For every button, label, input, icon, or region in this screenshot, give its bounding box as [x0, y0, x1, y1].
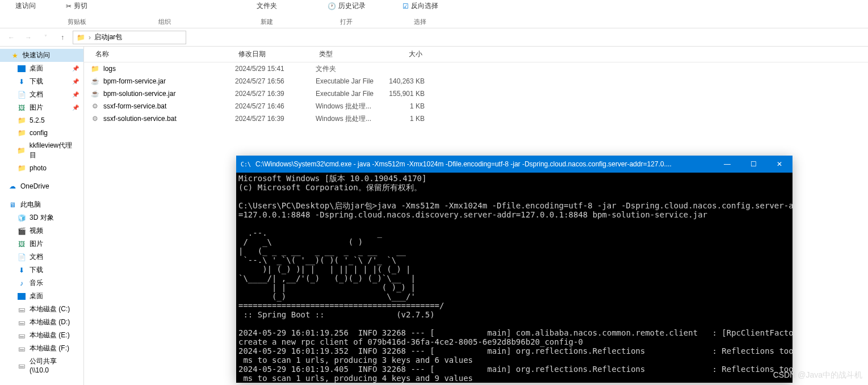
cut-button[interactable]: 剪切 [62, 0, 91, 12]
watermark: CSDN @Java中的战斗机 [773, 370, 862, 380]
file-row[interactable]: ⚙ssxf-solution-service.bat2024/5/27 16:3… [84, 112, 868, 125]
ribbon: 速访问 剪切 剪贴板 组织 文件夹 新建 🕐历史记录 打开 ☑反向选择 选择 [0, 0, 868, 28]
cmd-window[interactable]: C:\ C:\Windows\System32\cmd.exe - java -… [236, 156, 792, 383]
minimize-button[interactable]: — [714, 156, 740, 173]
file-name: bpm-solution-service.jar [103, 90, 175, 98]
sidebar-desktop[interactable]: 桌面📌 [0, 62, 83, 75]
sidebar-quick-access[interactable]: ★快速访问 [0, 49, 83, 62]
cmd-icon: C:\ [241, 161, 251, 168]
folder-icon: 📁 [17, 128, 26, 137]
close-button[interactable]: ✕ [766, 156, 792, 173]
open-group-label: 打开 [340, 18, 353, 27]
sidebar-3dobjects[interactable]: 🧊3D 对象 [0, 211, 83, 224]
folder-label: 文件夹 [253, 0, 280, 12]
scissors-icon [66, 2, 72, 10]
document-icon: 📄 [17, 253, 26, 262]
file-list: 📁logs2024/5/29 15:41文件夹☕bpm-form-service… [84, 62, 868, 125]
quick-access-label: 速访问 [12, 0, 39, 12]
file-row[interactable]: 📁logs2024/5/29 15:41文件夹 [84, 62, 868, 75]
sidebar-pictures[interactable]: 🖼图片📌 [0, 101, 83, 114]
history-button[interactable]: 🕐历史记录 [324, 0, 369, 12]
nav-up-button[interactable]: ↑ [56, 31, 69, 44]
sidebar-drive-e[interactable]: 🖴本地磁盘 (E:) [0, 329, 83, 342]
breadcrumb-current[interactable]: 启动jar包 [94, 32, 122, 42]
star-icon: ★ [10, 51, 19, 60]
sidebar-525[interactable]: 📁5.2.5 [0, 114, 83, 127]
drive-icon: 🖴 [17, 331, 26, 340]
maximize-button[interactable]: ☐ [740, 156, 766, 173]
organize-group-label: 组织 [158, 18, 171, 27]
col-type[interactable]: 类型 [313, 49, 383, 59]
new-group-label: 新建 [261, 18, 273, 27]
file-name: logs [103, 65, 116, 73]
document-icon: 📄 [17, 90, 26, 99]
sidebar-drive-d[interactable]: 🖴本地磁盘 (D:) [0, 316, 83, 329]
video-icon: 🎬 [17, 227, 26, 236]
pin-icon: 📌 [72, 78, 79, 85]
cmd-output[interactable]: Microsoft Windows [版本 10.0.19045.4170] (… [236, 173, 792, 383]
sidebar-downloads2[interactable]: ⬇下载 [0, 263, 83, 277]
column-headers: 名称 修改日期 类型 大小 [84, 47, 868, 62]
sidebar-music[interactable]: ♪音乐 [0, 277, 83, 290]
col-name[interactable]: 名称 [90, 49, 233, 59]
sidebar-thispc[interactable]: 🖥此电脑 [0, 198, 83, 211]
sidebar-documents[interactable]: 📄文档📌 [0, 88, 83, 101]
file-date: 2024/5/27 16:56 [229, 77, 310, 85]
pc-icon: 🖥 [8, 200, 17, 210]
sidebar-photo[interactable]: 📁photo [0, 162, 83, 174]
folder-icon: 📁 [17, 146, 26, 155]
nav-forward-button[interactable]: → [22, 31, 35, 44]
download-icon: ⬇ [17, 77, 26, 86]
file-date: 2024/5/29 15:41 [229, 65, 310, 73]
file-date: 2024/5/27 16:39 [229, 115, 310, 123]
sidebar-documents2[interactable]: 📄文档 [0, 250, 83, 263]
file-type: 文件夹 [310, 64, 379, 74]
sidebar-drive-c[interactable]: 🖴本地磁盘 (C:) [0, 303, 83, 316]
picture-icon: 🖼 [17, 240, 26, 249]
file-size: 140,263 KB [379, 77, 425, 85]
file-size: 155,901 KB [379, 90, 425, 98]
file-name: bpm-form-service.jar [103, 77, 166, 85]
sidebar-downloads[interactable]: ⬇下载📌 [0, 75, 83, 88]
file-row[interactable]: ☕bpm-solution-service.jar2024/5/27 16:39… [84, 87, 868, 100]
select-group-label: 选择 [414, 18, 426, 27]
drive-icon: 🖴 [17, 305, 26, 314]
3d-icon: 🧊 [17, 214, 26, 223]
file-name: ssxf-form-service.bat [103, 102, 166, 110]
reverse-select-button[interactable]: ☑反向选择 [399, 0, 442, 12]
picture-icon: 🖼 [17, 103, 26, 112]
desktop-icon [17, 64, 26, 73]
breadcrumb-sep: › [89, 34, 91, 41]
sidebar-share[interactable]: 🖴公司共享 (\\10.0 [0, 355, 83, 376]
address-bar[interactable]: 📁 › 启动jar包 [73, 31, 186, 44]
file-row[interactable]: ⚙ssxf-form-service.bat2024/5/27 16:46Win… [84, 100, 868, 112]
sidebar-kkfileview[interactable]: 📁kkfileview代理目 [0, 139, 83, 162]
cmd-titlebar[interactable]: C:\ C:\Windows\System32\cmd.exe - java -… [236, 156, 792, 173]
file-row[interactable]: ☕bpm-form-service.jar2024/5/27 16:56Exec… [84, 75, 868, 87]
sidebar-desktop2[interactable]: 桌面 [0, 290, 83, 303]
sidebar-onedrive[interactable]: ☁OneDrive [0, 180, 83, 192]
sidebar-video[interactable]: 🎬视频 [0, 224, 83, 237]
folder-icon: 📁 [90, 64, 100, 74]
nav-back-button[interactable]: ← [5, 31, 18, 44]
pin-icon: 📌 [72, 104, 79, 111]
file-size: 1 KB [379, 115, 425, 123]
col-date[interactable]: 修改日期 [233, 49, 313, 59]
bat-icon: ⚙ [90, 114, 100, 124]
file-date: 2024/5/27 16:46 [229, 102, 310, 110]
pin-icon: 📌 [72, 91, 79, 98]
file-date: 2024/5/27 16:39 [229, 90, 310, 98]
sidebar-drive-f[interactable]: 🖴本地磁盘 (F:) [0, 342, 83, 355]
sidebar-config[interactable]: 📁config [0, 127, 83, 139]
desktop-icon [17, 292, 26, 301]
file-type: Executable Jar File [310, 90, 379, 98]
col-size[interactable]: 大小 [383, 49, 428, 59]
folder-icon: 📁 [77, 34, 85, 41]
history-icon: 🕐 [328, 2, 336, 10]
network-drive-icon: 🖴 [17, 361, 26, 370]
folder-icon: 📁 [17, 116, 26, 125]
nav-dropdown-button[interactable]: ˅ [39, 31, 52, 44]
drive-icon: 🖴 [17, 344, 26, 353]
sidebar-pictures2[interactable]: 🖼图片 [0, 237, 83, 250]
file-type: Executable Jar File [310, 77, 379, 85]
